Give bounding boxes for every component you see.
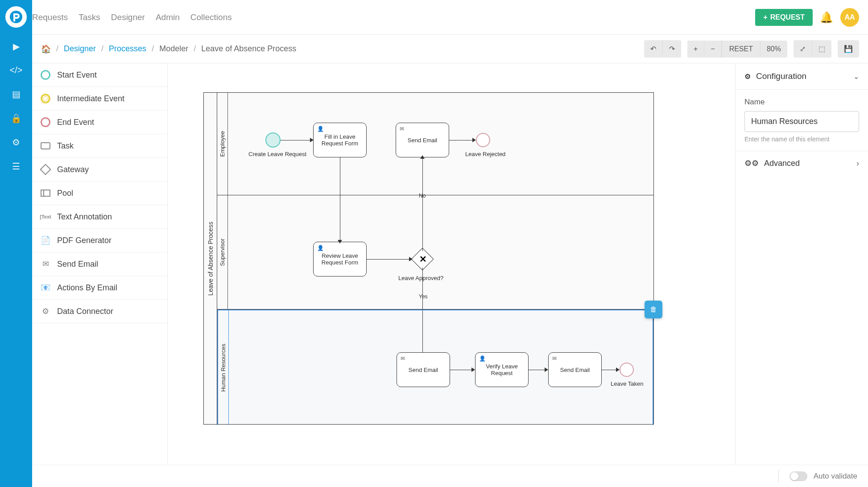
task-send-email-3[interactable]: ✉Send Email xyxy=(548,352,602,387)
node-label: Create Leave Request xyxy=(248,151,306,157)
breadcrumb-designer[interactable]: Designer xyxy=(64,44,96,54)
bell-icon[interactable]: 🔔 xyxy=(820,11,833,24)
breadcrumb-sep: / xyxy=(56,44,58,54)
fit-button[interactable]: ⤢ xyxy=(794,40,812,58)
map-button[interactable]: ⬚ xyxy=(812,40,831,58)
zoom-percent: 80% xyxy=(761,41,787,58)
bpmn-pool[interactable]: Leave of Absence Process Employee Create… xyxy=(203,92,654,425)
panel-header-configuration[interactable]: ⚙ Configuration ⌄ xyxy=(736,63,868,90)
task-text: Verify Leave Request xyxy=(477,363,526,376)
nav-tasks[interactable]: Tasks xyxy=(79,12,100,22)
undo-redo-group: ↶ ↷ xyxy=(644,40,681,58)
email-icon: ✉ xyxy=(401,355,405,362)
chevron-down-icon: ⌄ xyxy=(853,72,859,81)
rail-lock-icon[interactable]: 🔒 xyxy=(11,113,22,124)
user-icon: 👤 xyxy=(479,355,486,362)
flow-arrow xyxy=(422,157,423,251)
end-event-icon xyxy=(40,117,51,128)
lane-supervisor[interactable]: Supervisor 👤Review Leave Request Form Le… xyxy=(217,195,653,310)
palette-pdf-generator[interactable]: 📄PDF Generator xyxy=(32,229,167,252)
palette-label: PDF Generator xyxy=(57,236,112,245)
rail-play-icon[interactable]: ▶ xyxy=(13,41,20,52)
flow-arrow xyxy=(281,140,312,140)
palette-actions-by-email[interactable]: 📧Actions By Email xyxy=(32,276,167,300)
avatar[interactable]: AA xyxy=(840,8,859,27)
palette-gateway[interactable]: Gateway xyxy=(32,158,167,182)
flow-arrow xyxy=(450,370,473,370)
rail-code-icon[interactable]: </> xyxy=(10,65,23,75)
palette-text-annotation[interactable]: [TextText Annotation xyxy=(32,205,167,229)
lane-title: Employee xyxy=(217,93,228,195)
lane-title: Human Resources xyxy=(218,310,229,425)
canvas[interactable]: Leave of Absence Process Employee Create… xyxy=(168,63,735,487)
arrowhead-icon xyxy=(310,138,314,142)
gateway-approved[interactable] xyxy=(411,248,434,271)
redo-button[interactable]: ↷ xyxy=(663,40,681,58)
save-button[interactable]: 💾 xyxy=(838,40,859,58)
topbar-right: +REQUEST 🔔 AA xyxy=(755,8,859,27)
save-group: 💾 xyxy=(838,40,859,58)
zoom-in-button[interactable]: + xyxy=(687,41,704,58)
palette: Start Event Intermediate Event End Event… xyxy=(32,63,168,487)
zoom-reset-button[interactable]: RESET xyxy=(722,41,761,58)
breadcrumb-processes[interactable]: Processes xyxy=(109,44,146,54)
arrowhead-icon xyxy=(545,367,548,372)
gears-icon: ⚙⚙ xyxy=(744,158,759,168)
left-rail: ▶ </> ▤ 🔒 ⚙ ☰ xyxy=(0,0,32,487)
palette-end-event[interactable]: End Event xyxy=(32,111,167,134)
delete-lane-button[interactable]: 🗑 xyxy=(645,301,662,318)
rail-list-icon[interactable]: ☰ xyxy=(12,161,20,172)
end-event-taken[interactable] xyxy=(620,363,634,377)
email-icon: ✉ xyxy=(552,355,557,362)
footer-sep xyxy=(778,470,779,483)
undo-button[interactable]: ↶ xyxy=(644,40,663,58)
nav-admin[interactable]: Admin xyxy=(156,12,180,22)
auto-validate-toggle[interactable] xyxy=(789,471,807,481)
task-text: Send Email xyxy=(408,137,437,144)
palette-send-email[interactable]: ✉Send Email xyxy=(32,252,167,276)
palette-label: Pool xyxy=(57,189,73,198)
breadcrumb-current: Leave of Absence Process xyxy=(201,44,296,54)
start-event-icon xyxy=(40,70,51,80)
task-send-email-2[interactable]: ✉Send Email xyxy=(397,352,450,387)
task-icon xyxy=(40,140,51,151)
pdf-icon: 📄 xyxy=(40,235,51,246)
flow-arrow xyxy=(449,140,474,140)
palette-task[interactable]: Task xyxy=(32,134,167,158)
palette-start-event[interactable]: Start Event xyxy=(32,63,167,87)
intermediate-event-icon xyxy=(40,93,51,104)
flow-arrow xyxy=(529,370,546,370)
email-icon: ✉ xyxy=(40,259,51,269)
palette-label: End Event xyxy=(57,118,94,127)
new-request-button[interactable]: +REQUEST xyxy=(755,9,813,26)
zoom-out-button[interactable]: − xyxy=(704,41,721,58)
palette-intermediate-event[interactable]: Intermediate Event xyxy=(32,87,167,111)
actions-email-icon: 📧 xyxy=(40,282,51,293)
nav-designer[interactable]: Designer xyxy=(111,12,145,22)
main: Start Event Intermediate Event End Event… xyxy=(32,63,868,487)
task-fill-form[interactable]: 👤Fill in Leave Request Form xyxy=(313,123,367,157)
name-input[interactable] xyxy=(744,111,859,132)
rail-file-icon[interactable]: ▤ xyxy=(12,89,21,99)
lane-employee[interactable]: Employee Create Leave Request 👤Fill in L… xyxy=(217,93,653,195)
configuration-panel: ⚙ Configuration ⌄ Name Enter the name of… xyxy=(735,63,868,487)
task-verify-leave[interactable]: 👤Verify Leave Request xyxy=(475,352,529,387)
rail-gear-icon[interactable]: ⚙ xyxy=(12,137,20,148)
start-event-node[interactable] xyxy=(265,132,281,148)
lane-human-resources[interactable]: Human Resources ✉Send Email 👤Verify Leav… xyxy=(217,310,653,425)
task-review-form[interactable]: 👤Review Leave Request Form xyxy=(313,242,367,277)
breadcrumb-home-icon[interactable]: 🏠 xyxy=(41,44,51,54)
task-send-email-1[interactable]: ✉Send Email xyxy=(396,123,449,157)
task-text: Send Email xyxy=(560,367,590,373)
end-event-rejected[interactable] xyxy=(476,133,490,147)
nav-requests[interactable]: Requests xyxy=(32,12,68,22)
request-label: REQUEST xyxy=(770,13,805,21)
node-label: Leave Approved? xyxy=(398,275,443,281)
app-logo[interactable] xyxy=(5,6,27,28)
arrowhead-icon xyxy=(409,257,413,261)
palette-pool[interactable]: Pool xyxy=(32,182,167,205)
panel-advanced[interactable]: ⚙⚙ Advanced › xyxy=(736,151,868,175)
palette-data-connector[interactable]: ⚙Data Connector xyxy=(32,300,167,323)
edge-label-yes: Yes xyxy=(419,293,428,300)
nav-collections[interactable]: Collections xyxy=(190,12,232,22)
